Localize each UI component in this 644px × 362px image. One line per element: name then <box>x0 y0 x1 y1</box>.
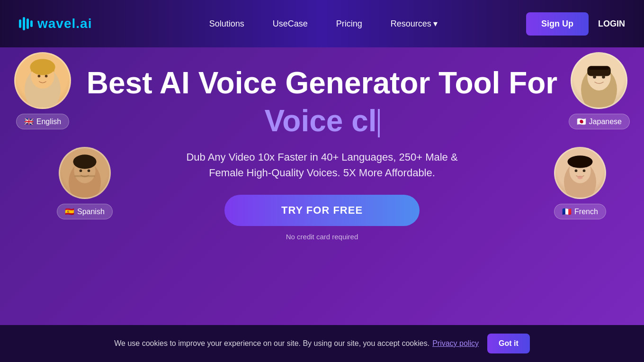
brand-name: wavel <box>37 16 76 31</box>
brand-suffix: .ai <box>76 16 92 31</box>
japanese-badge: 🇯🇵 Japanese <box>569 114 630 129</box>
signup-button[interactable]: Sign Up <box>526 12 589 36</box>
cookie-message: We use cookies to improve your experienc… <box>114 339 429 348</box>
japanese-flag: 🇯🇵 <box>577 117 586 126</box>
logo-bar-3 <box>27 18 29 29</box>
logo-text: wavel.ai <box>37 16 92 31</box>
avatar-japanese <box>571 52 627 109</box>
french-label: French <box>574 208 598 216</box>
hero-section: 🇬🇧 English 🇯🇵 Japanese <box>0 47 644 362</box>
avatar-english-face <box>16 52 70 109</box>
privacy-policy-link[interactable]: Privacy policy <box>432 339 479 348</box>
hero-animated-text: Voice cl <box>264 104 376 138</box>
hero-subtitle: Voice cl <box>87 104 558 137</box>
svg-point-11 <box>593 75 596 79</box>
japanese-label: Japanese <box>589 118 622 126</box>
avatar-english-wrap: 🇬🇧 English <box>14 52 71 129</box>
avatar-french-face <box>555 147 605 199</box>
spanish-flag: 🇪🇸 <box>65 207 74 216</box>
english-flag: 🇬🇧 <box>24 117 34 126</box>
svg-point-7 <box>30 59 55 75</box>
hero-description: Dub Any Video 10x Faster in 40+ Language… <box>170 149 474 181</box>
svg-rect-13 <box>589 66 609 70</box>
navbar: wavel.ai Solutions UseCase Pricing Resou… <box>0 0 644 47</box>
cookie-banner: We use cookies to improve your experienc… <box>0 325 644 362</box>
try-free-button[interactable]: TRY FOR FREE <box>224 195 420 226</box>
logo-bar-4 <box>30 20 33 27</box>
svg-point-12 <box>602 75 605 79</box>
login-button[interactable]: LOGIN <box>598 19 625 29</box>
no-card-text: No credit card required <box>87 233 558 241</box>
hero-text: Best AI Voice Generator Tool For Voice c… <box>87 66 558 241</box>
logo[interactable]: wavel.ai <box>19 16 92 31</box>
svg-point-25 <box>577 176 582 180</box>
got-it-button[interactable]: Got it <box>487 334 530 353</box>
nav-pricing[interactable]: Pricing <box>336 19 362 29</box>
logo-icon <box>19 17 33 30</box>
french-badge: 🇫🇷 French <box>554 204 606 219</box>
chevron-down-icon: ▾ <box>433 18 438 29</box>
svg-point-6 <box>45 75 48 78</box>
nav-links: Solutions UseCase Pricing Resources ▾ <box>120 18 526 29</box>
svg-point-22 <box>568 155 593 168</box>
avatar-japanese-wrap: 🇯🇵 Japanese <box>569 52 630 129</box>
logo-bar-1 <box>19 19 21 28</box>
avatar-japanese-face <box>572 52 626 109</box>
nav-resources[interactable]: Resources ▾ <box>391 18 438 29</box>
french-flag: 🇫🇷 <box>562 207 572 216</box>
hero-title: Best AI Voice Generator Tool For <box>87 66 558 100</box>
logo-bar-2 <box>23 17 25 30</box>
nav-solutions[interactable]: Solutions <box>209 19 244 29</box>
avatar-french-wrap: 🇫🇷 French <box>554 147 606 219</box>
avatar-french <box>554 147 606 199</box>
nav-actions: Sign Up LOGIN <box>526 12 625 36</box>
english-label: English <box>36 118 61 126</box>
avatar-english <box>14 52 71 109</box>
svg-point-17 <box>80 169 82 172</box>
english-badge: 🇬🇧 English <box>16 114 69 129</box>
svg-point-24 <box>583 169 586 172</box>
text-cursor <box>378 109 380 137</box>
svg-point-23 <box>575 169 578 172</box>
svg-point-5 <box>38 75 41 78</box>
nav-usecase[interactable]: UseCase <box>273 19 308 29</box>
